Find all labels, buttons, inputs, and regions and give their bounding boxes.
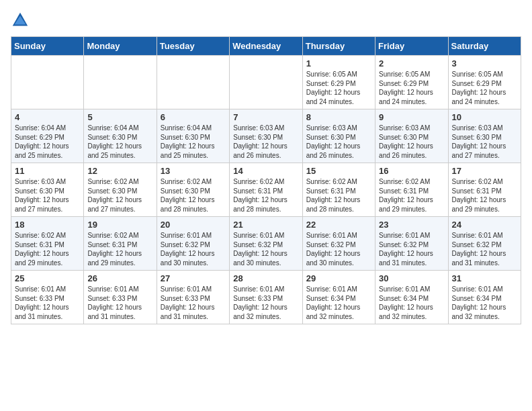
cell-info: Sunrise: 6:03 AM Sunset: 6:30 PM Dayligh… bbox=[306, 124, 371, 160]
cell-info: Sunrise: 6:02 AM Sunset: 6:31 PM Dayligh… bbox=[233, 177, 298, 214]
day-number: 28 bbox=[233, 273, 298, 283]
calendar-cell: 30Sunrise: 6:01 AM Sunset: 6:34 PM Dayli… bbox=[375, 271, 448, 324]
day-number: 8 bbox=[306, 112, 371, 122]
cell-info: Sunrise: 6:04 AM Sunset: 6:29 PM Dayligh… bbox=[15, 124, 80, 160]
calendar-cell: 29Sunrise: 6:01 AM Sunset: 6:34 PM Dayli… bbox=[302, 271, 375, 324]
cell-info: Sunrise: 6:01 AM Sunset: 6:32 PM Dayligh… bbox=[379, 231, 444, 267]
cell-info: Sunrise: 6:05 AM Sunset: 6:29 PM Dayligh… bbox=[306, 70, 371, 106]
calendar-cell bbox=[230, 56, 302, 109]
calendar-cell: 10Sunrise: 6:03 AM Sunset: 6:30 PM Dayli… bbox=[448, 109, 521, 163]
calendar-cell: 11Sunrise: 6:03 AM Sunset: 6:30 PM Dayli… bbox=[11, 163, 84, 217]
cell-info: Sunrise: 6:02 AM Sunset: 6:31 PM Dayligh… bbox=[15, 231, 80, 267]
cell-info: Sunrise: 6:02 AM Sunset: 6:30 PM Dayligh… bbox=[87, 177, 152, 214]
cell-info: Sunrise: 6:01 AM Sunset: 6:32 PM Dayligh… bbox=[233, 231, 298, 267]
day-number: 15 bbox=[306, 166, 371, 176]
day-number: 20 bbox=[161, 220, 226, 230]
day-number: 30 bbox=[379, 273, 444, 283]
day-header-thursday: Thursday bbox=[302, 37, 375, 56]
calendar-cell: 31Sunrise: 6:01 AM Sunset: 6:34 PM Dayli… bbox=[448, 271, 521, 324]
cell-info: Sunrise: 6:05 AM Sunset: 6:29 PM Dayligh… bbox=[379, 70, 444, 106]
calendar-cell: 6Sunrise: 6:04 AM Sunset: 6:30 PM Daylig… bbox=[157, 109, 229, 163]
day-number: 7 bbox=[233, 112, 298, 122]
calendar-cell: 17Sunrise: 6:02 AM Sunset: 6:31 PM Dayli… bbox=[448, 163, 521, 217]
calendar-cell: 5Sunrise: 6:04 AM Sunset: 6:30 PM Daylig… bbox=[84, 109, 157, 163]
day-number: 17 bbox=[452, 166, 517, 176]
calendar-cell: 24Sunrise: 6:01 AM Sunset: 6:32 PM Dayli… bbox=[448, 217, 521, 271]
cell-info: Sunrise: 6:05 AM Sunset: 6:29 PM Dayligh… bbox=[452, 70, 517, 106]
calendar-cell: 18Sunrise: 6:02 AM Sunset: 6:31 PM Dayli… bbox=[11, 217, 84, 271]
calendar-cell: 7Sunrise: 6:03 AM Sunset: 6:30 PM Daylig… bbox=[230, 109, 302, 163]
cell-info: Sunrise: 6:01 AM Sunset: 6:33 PM Dayligh… bbox=[161, 285, 226, 321]
calendar-cell: 8Sunrise: 6:03 AM Sunset: 6:30 PM Daylig… bbox=[302, 109, 375, 163]
day-number: 2 bbox=[379, 58, 444, 68]
cell-info: Sunrise: 6:01 AM Sunset: 6:32 PM Dayligh… bbox=[452, 231, 517, 267]
calendar-cell: 2Sunrise: 6:05 AM Sunset: 6:29 PM Daylig… bbox=[375, 56, 448, 109]
cell-info: Sunrise: 6:02 AM Sunset: 6:31 PM Dayligh… bbox=[379, 177, 444, 214]
calendar-cell bbox=[157, 56, 229, 109]
logo-icon bbox=[11, 11, 30, 30]
day-number: 4 bbox=[15, 112, 80, 122]
calendar-cell: 28Sunrise: 6:01 AM Sunset: 6:33 PM Dayli… bbox=[230, 271, 302, 324]
calendar-cell: 21Sunrise: 6:01 AM Sunset: 6:32 PM Dayli… bbox=[230, 217, 302, 271]
calendar-cell: 20Sunrise: 6:01 AM Sunset: 6:32 PM Dayli… bbox=[157, 217, 229, 271]
cell-info: Sunrise: 6:01 AM Sunset: 6:34 PM Dayligh… bbox=[379, 285, 444, 321]
day-number: 11 bbox=[15, 166, 80, 176]
cell-info: Sunrise: 6:01 AM Sunset: 6:33 PM Dayligh… bbox=[15, 285, 80, 321]
day-number: 21 bbox=[233, 220, 298, 230]
calendar-cell: 23Sunrise: 6:01 AM Sunset: 6:32 PM Dayli… bbox=[375, 217, 448, 271]
cell-info: Sunrise: 6:03 AM Sunset: 6:30 PM Dayligh… bbox=[379, 124, 444, 160]
day-number: 19 bbox=[87, 220, 152, 230]
cell-info: Sunrise: 6:01 AM Sunset: 6:32 PM Dayligh… bbox=[161, 231, 226, 267]
cell-info: Sunrise: 6:01 AM Sunset: 6:34 PM Dayligh… bbox=[306, 285, 371, 321]
calendar-cell: 16Sunrise: 6:02 AM Sunset: 6:31 PM Dayli… bbox=[375, 163, 448, 217]
page-header bbox=[11, 11, 521, 30]
day-number: 26 bbox=[87, 273, 152, 283]
calendar-table: SundayMondayTuesdayWednesdayThursdayFrid… bbox=[11, 36, 521, 324]
day-number: 25 bbox=[15, 273, 80, 283]
calendar-cell: 19Sunrise: 6:02 AM Sunset: 6:31 PM Dayli… bbox=[84, 217, 157, 271]
calendar-cell: 26Sunrise: 6:01 AM Sunset: 6:33 PM Dayli… bbox=[84, 271, 157, 324]
day-number: 24 bbox=[452, 220, 517, 230]
day-header-sunday: Sunday bbox=[11, 37, 84, 56]
calendar-cell: 14Sunrise: 6:02 AM Sunset: 6:31 PM Dayli… bbox=[230, 163, 302, 217]
day-number: 14 bbox=[233, 166, 298, 176]
calendar-cell: 9Sunrise: 6:03 AM Sunset: 6:30 PM Daylig… bbox=[375, 109, 448, 163]
calendar-cell: 3Sunrise: 6:05 AM Sunset: 6:29 PM Daylig… bbox=[448, 56, 521, 109]
day-number: 10 bbox=[452, 112, 517, 122]
day-number: 23 bbox=[379, 220, 444, 230]
calendar-cell: 27Sunrise: 6:01 AM Sunset: 6:33 PM Dayli… bbox=[157, 271, 229, 324]
day-header-saturday: Saturday bbox=[448, 37, 521, 56]
cell-info: Sunrise: 6:02 AM Sunset: 6:31 PM Dayligh… bbox=[452, 177, 517, 214]
calendar-cell: 25Sunrise: 6:01 AM Sunset: 6:33 PM Dayli… bbox=[11, 271, 84, 324]
day-number: 27 bbox=[161, 273, 226, 283]
day-number: 13 bbox=[161, 166, 226, 176]
day-number: 22 bbox=[306, 220, 371, 230]
day-number: 6 bbox=[161, 112, 226, 122]
cell-info: Sunrise: 6:03 AM Sunset: 6:30 PM Dayligh… bbox=[452, 124, 517, 160]
cell-info: Sunrise: 6:04 AM Sunset: 6:30 PM Dayligh… bbox=[161, 124, 226, 160]
cell-info: Sunrise: 6:04 AM Sunset: 6:30 PM Dayligh… bbox=[87, 124, 152, 160]
day-number: 3 bbox=[452, 58, 517, 68]
calendar-cell: 4Sunrise: 6:04 AM Sunset: 6:29 PM Daylig… bbox=[11, 109, 84, 163]
logo bbox=[11, 11, 34, 30]
cell-info: Sunrise: 6:02 AM Sunset: 6:30 PM Dayligh… bbox=[161, 177, 226, 214]
cell-info: Sunrise: 6:01 AM Sunset: 6:33 PM Dayligh… bbox=[233, 285, 298, 321]
day-number: 31 bbox=[452, 273, 517, 283]
calendar-cell: 13Sunrise: 6:02 AM Sunset: 6:30 PM Dayli… bbox=[157, 163, 229, 217]
cell-info: Sunrise: 6:03 AM Sunset: 6:30 PM Dayligh… bbox=[233, 124, 298, 160]
day-number: 29 bbox=[306, 273, 371, 283]
calendar-cell: 15Sunrise: 6:02 AM Sunset: 6:31 PM Dayli… bbox=[302, 163, 375, 217]
calendar-cell bbox=[84, 56, 157, 109]
cell-info: Sunrise: 6:03 AM Sunset: 6:30 PM Dayligh… bbox=[15, 177, 80, 214]
cell-info: Sunrise: 6:01 AM Sunset: 6:34 PM Dayligh… bbox=[452, 285, 517, 321]
day-number: 18 bbox=[15, 220, 80, 230]
day-number: 5 bbox=[87, 112, 152, 122]
day-header-wednesday: Wednesday bbox=[230, 37, 302, 56]
day-number: 1 bbox=[306, 58, 371, 68]
day-header-friday: Friday bbox=[375, 37, 448, 56]
calendar-cell: 12Sunrise: 6:02 AM Sunset: 6:30 PM Dayli… bbox=[84, 163, 157, 217]
cell-info: Sunrise: 6:01 AM Sunset: 6:33 PM Dayligh… bbox=[87, 285, 152, 321]
day-header-monday: Monday bbox=[84, 37, 157, 56]
calendar-cell: 22Sunrise: 6:01 AM Sunset: 6:32 PM Dayli… bbox=[302, 217, 375, 271]
calendar-cell bbox=[11, 56, 84, 109]
